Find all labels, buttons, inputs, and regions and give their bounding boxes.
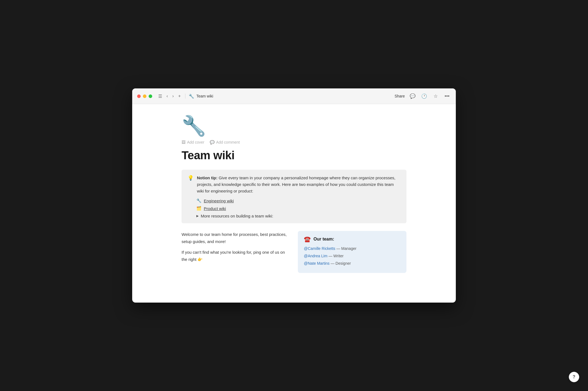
team-member-separator: — [329,254,333,258]
forward-button[interactable]: › [171,93,175,99]
comment-icon: 💬 [410,93,415,99]
back-button[interactable]: ‹ [165,93,169,99]
separator [185,94,185,99]
more-icon: ••• [445,93,450,99]
sidebar-icon: ☰ [158,94,162,99]
back-icon: ‹ [166,94,168,99]
team-box: ☎️ Our team: @Camille Ricketts — Manager… [298,231,406,273]
comment-button[interactable]: 💬 [409,92,416,100]
engineering-wiki-link[interactable]: Engineering wiki [204,199,234,203]
team-icon: ☎️ [304,236,311,242]
titlebar-right: Share 💬 🕐 ☆ ••• [395,92,451,100]
star-icon: ☆ [434,93,438,99]
titlebar: ☰ ‹ › + 🔧 Team wiki Share 💬 🕐 [132,88,456,104]
toggle-arrow-icon: ▶ [196,214,199,218]
callout-text: Notion tip: Give every team in your comp… [197,175,400,194]
add-cover-label: Add cover [187,140,204,144]
close-button[interactable] [137,94,141,98]
more-button[interactable]: ••• [443,92,451,100]
team-member-link[interactable]: @Nate Martins [304,261,330,266]
list-item: 🗂️ Product wiki [196,206,400,211]
titlebar-page-title: Team wiki [196,94,213,98]
team-member-role: Designer [335,261,351,266]
team-member: @Nate Martins — Designer [304,261,400,266]
app-window: ☰ ‹ › + 🔧 Team wiki Share 💬 🕐 [132,88,456,303]
product-wiki-icon: 🗂️ [196,206,202,211]
callout-body: Give every team in your company a person… [197,175,395,193]
share-button[interactable]: Share [395,94,405,98]
sidebar-toggle-button[interactable]: ☰ [157,93,163,99]
team-member: @Camille Ricketts — Manager [304,246,400,252]
team-member-role: Writer [333,254,344,258]
page-title-bar: 🔧 Team wiki [189,94,391,99]
callout-header: 💡 Notion tip: Give every team in your co… [188,175,400,194]
team-box-header: ☎️ Our team: [304,236,400,242]
team-member-link[interactable]: @Andrea Lim [304,254,327,258]
team-member-role: Manager [341,246,356,251]
minimize-button[interactable] [143,94,146,98]
add-cover-button[interactable]: 🖼 Add cover [182,140,204,144]
add-cover-icon: 🖼 [182,140,185,144]
add-comment-icon: 💬 [210,140,214,144]
traffic-lights [137,94,152,98]
callout-block: 💡 Notion tip: Give every team in your co… [182,170,406,223]
list-item: 🔧 Engineering wiki [196,198,400,203]
maximize-button[interactable] [149,94,152,98]
toggle-label: More resources on building a team wiki: [201,214,273,218]
nav-actions: ☰ ‹ › + [157,93,182,99]
team-box-title: Our team: [313,237,334,242]
history-button[interactable]: 🕐 [420,92,428,100]
engineering-wiki-icon: 🔧 [196,198,202,203]
team-member: @Andrea Lim — Writer [304,253,400,259]
favorite-button[interactable]: ☆ [432,92,439,100]
page-heading: Team wiki [182,149,406,162]
two-column-section: Welcome to our team home for processes, … [182,231,406,273]
toggle-item[interactable]: ▶ More resources on building a team wiki… [196,214,400,218]
welcome-paragraph-1: Welcome to our team home for processes, … [182,231,290,245]
history-icon: 🕐 [421,93,427,99]
team-member-link[interactable]: @Camille Ricketts [304,246,335,251]
page-content: 🔧 🖼 Add cover 💬 Add comment Team wiki 💡 … [132,104,456,303]
callout-bold: Notion tip: [197,175,217,180]
forward-icon: › [172,94,174,99]
page-actions: 🖼 Add cover 💬 Add comment [182,140,406,144]
team-member-separator: — [330,261,335,266]
product-wiki-link[interactable]: Product wiki [204,206,226,211]
plus-icon: + [178,94,181,99]
add-comment-label: Add comment [216,140,240,144]
add-comment-button[interactable]: 💬 Add comment [210,140,240,144]
new-page-button[interactable]: + [177,93,182,99]
welcome-paragraph-2: If you can't find what you're looking fo… [182,249,290,263]
help-button[interactable]: ? [569,372,579,382]
page-icon-small: 🔧 [189,94,194,99]
team-member-separator: — [336,246,341,251]
page-emoji: 🔧 [182,115,406,137]
welcome-column: Welcome to our team home for processes, … [182,231,290,273]
callout-icon: 💡 [188,175,194,194]
callout-links: 🔧 Engineering wiki 🗂️ Product wiki ▶ Mor… [188,198,400,218]
